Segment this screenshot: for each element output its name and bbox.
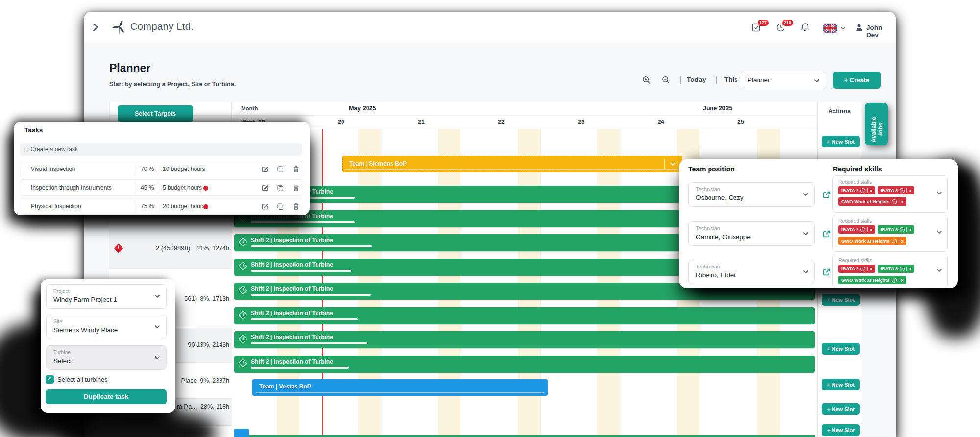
delete-icon[interactable]	[293, 184, 300, 192]
today-button[interactable]: Today	[687, 76, 706, 83]
task-row[interactable]: Physical Inspection 75 % 20 budget hours	[20, 198, 302, 215]
technician-select[interactable]: Technician Osbourne, Ozzy	[688, 182, 815, 207]
new-slot-button[interactable]: + New Slot	[822, 136, 860, 147]
bar-progress	[256, 392, 544, 393]
skill-badge-irata2[interactable]: IRATA 2	[838, 265, 875, 273]
week-24: 24	[655, 119, 667, 125]
select-targets-button[interactable]: Select Targets	[118, 105, 193, 122]
user-icon[interactable]	[855, 23, 864, 32]
technician-value: Camole, Giuseppe	[696, 233, 751, 241]
edit-icon[interactable]	[261, 203, 269, 210]
required-skills-box[interactable]: Required skills IRATA 2 IRATA 3 GWO Work…	[832, 254, 948, 288]
required-skills-box[interactable]: Required skills IRATA 2 IRATA 3 GWO Work…	[832, 175, 948, 213]
task-row[interactable]: Visual Inspection 70 % 10 budget hours	[20, 161, 302, 177]
skill-badge-irata3[interactable]: IRATA 3	[878, 186, 914, 194]
new-slot-button[interactable]: + New Slot	[822, 424, 860, 436]
info-icon	[900, 267, 905, 271]
skill-badge-irata3[interactable]: IRATA 3	[878, 265, 914, 273]
required-skills-title: Required skills	[833, 165, 882, 173]
edit-icon[interactable]	[261, 166, 269, 173]
divider	[158, 182, 158, 194]
site-value: Siemens Windy Place	[53, 326, 118, 334]
chevron-down-icon[interactable]	[936, 191, 942, 195]
chevron-down-icon[interactable]	[936, 268, 942, 272]
bar-progress	[345, 169, 678, 170]
new-slot-button[interactable]: + New Slot	[822, 403, 860, 415]
technician-select[interactable]: Technician Ribeiro, Elder	[688, 260, 815, 284]
view-select[interactable]: Planner	[740, 72, 826, 89]
language-chevron-icon[interactable]	[840, 26, 846, 30]
create-task-button[interactable]: + Create a new task	[20, 143, 302, 156]
task-row[interactable]: Inspection through Instruments 45 % 5 bu…	[20, 179, 302, 196]
gantt-bar-team-siemens[interactable]: Team | Siemens BoP	[342, 156, 682, 172]
close-icon[interactable]	[901, 238, 904, 243]
close-icon[interactable]	[870, 188, 872, 193]
turbine-stat: 9%, 2387h	[194, 377, 229, 384]
jobs-available-tab[interactable]: Jobs Available	[865, 103, 888, 145]
skill-badge-gwo[interactable]: GWO Work at Heights	[838, 197, 906, 206]
skill-badge-gwo[interactable]: GWO Work at Heights	[838, 276, 906, 284]
gantt-header	[232, 102, 861, 129]
project-select[interactable]: Project Windy Farm Project 1	[46, 284, 167, 309]
tasks-panel-title: Tasks	[24, 126, 43, 134]
status-dot	[203, 186, 208, 191]
delete-icon[interactable]	[293, 203, 300, 210]
close-icon[interactable]	[909, 227, 911, 232]
copy-icon[interactable]	[277, 166, 284, 173]
close-icon[interactable]	[901, 199, 904, 204]
new-slot-button[interactable]: + New Slot	[822, 379, 860, 390]
site-select[interactable]: Site Siemens Windy Place	[46, 315, 167, 339]
time-badge: 210	[782, 20, 793, 26]
user-name[interactable]: John Dev	[866, 24, 896, 39]
close-icon[interactable]	[909, 266, 911, 271]
turbine-select[interactable]: Turbine Select	[46, 345, 167, 370]
gantt-bar-shift[interactable]: Shift 2 | Inspection of Turbine	[234, 307, 815, 324]
external-link-icon[interactable]	[822, 191, 831, 199]
skill-badge-irata2[interactable]: IRATA 2	[838, 225, 875, 234]
gantt-bar-shift[interactable]: Shift 2 | Inspection of Turbine	[234, 356, 815, 373]
bell-icon[interactable]	[800, 22, 810, 33]
gantt-bar-team-vestas[interactable]: Team | Vestas BoP	[252, 379, 548, 396]
zoom-out-icon[interactable]	[662, 75, 671, 85]
project-value: Windy Farm Project 1	[53, 296, 117, 303]
chevron-down-icon[interactable]	[670, 162, 676, 166]
turbine-stat: 8%, 1713h	[194, 295, 229, 302]
info-icon	[860, 188, 865, 193]
chevron-down-icon[interactable]	[936, 230, 942, 234]
task-percent: 70 %	[141, 166, 154, 172]
select-all-turbines-checkbox[interactable]	[46, 375, 54, 384]
language-flag-icon[interactable]	[823, 24, 837, 33]
gantt-bar-shift[interactable]: Shift 2 | Inspection of Turbine	[234, 331, 815, 348]
create-button[interactable]: + Create	[833, 72, 881, 89]
copy-icon[interactable]	[277, 184, 284, 192]
sidebar-expand-icon[interactable]	[92, 23, 99, 32]
bar-label: Shift 2 | Inspection of Turbine	[251, 237, 333, 243]
technician-select[interactable]: Technician Camole, Giuseppe	[688, 221, 815, 246]
close-icon[interactable]	[901, 277, 904, 283]
edit-icon[interactable]	[261, 184, 269, 192]
bar-progress	[251, 245, 372, 247]
skill-badge-gwo[interactable]: GWO Work at Heights	[838, 237, 906, 245]
duplicate-task-button[interactable]: Duplicate task	[46, 389, 167, 404]
delete-icon[interactable]	[293, 166, 300, 173]
divider	[158, 201, 158, 213]
external-link-icon[interactable]	[822, 230, 831, 238]
gantt-bar-fragment[interactable]	[234, 435, 815, 437]
copy-icon[interactable]	[277, 203, 284, 210]
new-slot-button[interactable]: + New Slot	[822, 343, 860, 355]
zoom-in-icon[interactable]	[642, 75, 651, 85]
alert-diamond-icon	[238, 286, 247, 294]
external-link-icon[interactable]	[822, 268, 831, 276]
turbine-label: Turbine	[53, 349, 71, 355]
info-icon	[892, 278, 897, 283]
new-slot-button[interactable]: + New Slot	[822, 294, 860, 306]
week-21: 21	[415, 119, 428, 125]
skill-badge-irata2[interactable]: IRATA 2	[838, 186, 875, 194]
required-skills-box[interactable]: Required skills IRATA 2 IRATA 3 GWO Work…	[832, 215, 948, 252]
close-icon[interactable]	[909, 188, 911, 193]
gantt-bar-fragment[interactable]	[234, 429, 249, 437]
skill-badge-irata3[interactable]: IRATA 3	[878, 225, 914, 234]
close-icon[interactable]	[870, 227, 872, 232]
divider	[680, 76, 681, 84]
close-icon[interactable]	[870, 266, 872, 271]
